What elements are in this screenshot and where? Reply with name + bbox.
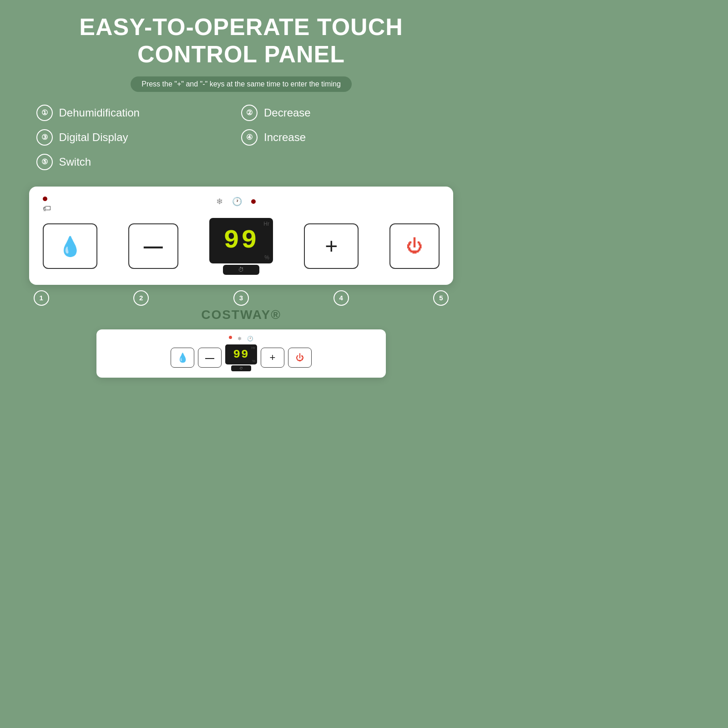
digital-display: Hr 99 % ⏱ [209, 218, 273, 275]
small-display-number: 99 [233, 348, 249, 361]
small-minus-icon: — [205, 353, 214, 363]
brand-name: COSTWAY® [201, 308, 281, 322]
dehumidification-button[interactable]: 💧 [43, 223, 97, 269]
panel-indicators: 🏷 ❄ 🕐 [43, 197, 440, 213]
label-item-5: ⑤ Switch [36, 154, 242, 170]
clock-icon-top: 🕐 [232, 197, 242, 207]
small-plus-icon: + [270, 352, 276, 364]
small-dehumidification-button[interactable]: 💧 [171, 348, 194, 368]
indicator-dot-center [251, 199, 256, 204]
display-number: 99 [223, 226, 259, 255]
buttons-row: 💧 — Hr 99 % ⏱ + ⏻ [43, 218, 440, 275]
hr-label: Hr [263, 221, 269, 227]
small-power-button[interactable]: ⏻ [288, 348, 312, 368]
indicator-left: 🏷 [43, 197, 51, 213]
small-power-icon: ⏻ [296, 353, 304, 363]
indicator-center: ❄ 🕐 [216, 197, 256, 207]
labels-area: ① Dehumidification ② Decrease ③ Digital … [36, 105, 446, 178]
label-text-2: Decrease [264, 106, 311, 119]
callout-row: 1 2 3 4 5 [29, 290, 454, 306]
label-circle-2: ② [241, 105, 258, 121]
power-button[interactable]: ⏻ [389, 223, 440, 269]
callout-2: 2 [133, 290, 149, 306]
small-decrease-button[interactable]: — [198, 348, 222, 368]
plus-icon: + [325, 235, 338, 257]
small-dot-red [229, 336, 232, 339]
subtitle-pill: Press the "+" and "-" keys at the same t… [131, 76, 352, 92]
label-item-2: ② Decrease [241, 105, 446, 121]
label-circle-4: ④ [241, 129, 258, 146]
callout-5: 5 [433, 290, 449, 306]
page-title: EASY-TO-OPERATE TOUCH CONTROL PANEL [79, 14, 403, 68]
decrease-button[interactable]: — [128, 223, 178, 269]
label-circle-1: ① [36, 105, 53, 121]
percent-label: % [264, 254, 269, 261]
display-screen: Hr 99 % [209, 218, 273, 263]
drop-icon: 💧 [58, 235, 82, 258]
label-circle-3: ③ [36, 129, 53, 146]
label-text-4: Increase [264, 131, 306, 144]
power-icon: ⏻ [406, 237, 423, 256]
indicator-dot-left [43, 197, 47, 201]
small-hr-label: Hr [252, 346, 255, 350]
small-timer-icon: ⏱ [239, 366, 243, 370]
label-text-1: Dehumidification [59, 106, 140, 119]
small-buttons-row: 💧 — Hr 99 % ⏱ + ⏻ [106, 344, 377, 371]
label-circle-5: ⑤ [36, 154, 53, 170]
timer-bar: ⏱ [223, 265, 259, 275]
increase-button[interactable]: + [304, 223, 359, 269]
label-item-3: ③ Digital Display [36, 129, 242, 146]
label-icon-left: 🏷 [43, 204, 51, 213]
label-text-5: Switch [59, 156, 91, 168]
callout-3: 3 [233, 290, 249, 306]
small-increase-button[interactable]: + [261, 348, 284, 368]
callout-1: 1 [34, 290, 49, 306]
small-control-panel: ❄ 🕐 💧 — Hr 99 % ⏱ + ⏻ [96, 329, 386, 378]
small-drop-icon: 💧 [177, 352, 188, 363]
callout-4: 4 [334, 290, 349, 306]
small-display-col: Hr 99 % ⏱ [225, 344, 257, 371]
label-item-1: ① Dehumidification [36, 105, 242, 121]
control-panel: 🏷 ❄ 🕐 💧 — Hr 99 % ⏱ [29, 187, 454, 285]
label-item-4: ④ Increase [241, 129, 446, 146]
timer-icon: ⏱ [238, 266, 244, 273]
small-clock-icon: 🕐 [247, 336, 253, 342]
label-text-3: Digital Display [59, 131, 128, 144]
small-percent-label: % [252, 359, 255, 363]
small-timer-bar: ⏱ [231, 365, 251, 371]
snowflake-icon: ❄ [216, 197, 223, 207]
small-snowflake-icon: ❄ [238, 336, 242, 342]
small-display-screen: Hr 99 % [225, 344, 257, 364]
minus-icon: — [144, 237, 163, 256]
small-panel-indicators: ❄ 🕐 [106, 336, 377, 342]
